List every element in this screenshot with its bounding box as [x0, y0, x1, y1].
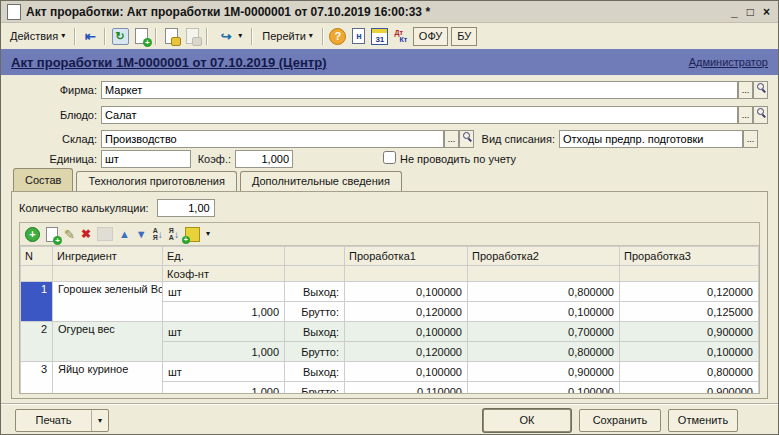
document-caption-link[interactable]: Акт проработки 1М-0000001 от 07.10.2019 …: [11, 55, 327, 70]
cell-n[interactable]: 1: [21, 282, 53, 322]
no-posting-checkbox[interactable]: [383, 151, 396, 164]
structure-button[interactable]: н: [350, 27, 368, 45]
col-header-n: N: [21, 247, 53, 266]
file-icon: н: [352, 28, 365, 44]
coef-field[interactable]: [235, 150, 293, 168]
cell-p3-gross[interactable]: 0,100000: [620, 342, 759, 362]
edit-row-icon[interactable]: ✎: [64, 226, 75, 242]
help-button[interactable]: ?: [329, 27, 347, 45]
cell-p2-out[interactable]: 0,900000: [468, 362, 620, 382]
add-row-button[interactable]: +: [25, 226, 40, 242]
cell-p2-out[interactable]: 0,700000: [468, 322, 620, 342]
cell-p1-gross[interactable]: 0,110000: [345, 382, 468, 395]
selection-button[interactable]: +: [185, 226, 200, 242]
firm-field[interactable]: [101, 81, 738, 99]
tab-composition[interactable]: Состав: [13, 168, 73, 191]
ok-button[interactable]: ОК: [483, 409, 571, 432]
refresh-icon: ↻: [112, 28, 129, 45]
cell-p2-gross[interactable]: 0,100000: [468, 382, 620, 395]
cell-unit[interactable]: шт: [163, 322, 285, 342]
toolbar-separator: [104, 28, 106, 45]
tab-additional[interactable]: Дополнительные сведения: [240, 171, 402, 191]
refresh-button[interactable]: ↻: [111, 27, 129, 45]
cell-p3-gross[interactable]: 0,900000: [620, 382, 759, 395]
toolbar-separator: [251, 28, 253, 45]
cell-coef[interactable]: 1,000: [163, 342, 285, 362]
cell-p1-gross[interactable]: 0,120000: [345, 302, 468, 322]
output-menu[interactable]: ↪ ▾: [213, 25, 246, 47]
cancel-button[interactable]: Отменить: [668, 409, 738, 432]
ofu-toggle-button[interactable]: ОФУ: [413, 27, 448, 46]
table-row[interactable]: 3 Яйцо куриное шт Выход: 0,100000 0,9000…: [21, 362, 759, 382]
user-link[interactable]: Администратор: [689, 56, 768, 68]
chevron-down-icon[interactable]: ▾: [206, 230, 210, 238]
unit-field[interactable]: [101, 150, 191, 168]
cell-ingredient[interactable]: Яйцо куриное: [53, 362, 163, 395]
actions-menu[interactable]: Действия ▾: [6, 28, 69, 44]
sort-descending-icon[interactable]: ЯА ↓: [169, 227, 179, 241]
actions-menu-label: Действия: [10, 30, 58, 42]
cell-n[interactable]: 2: [21, 322, 53, 362]
cell-gross-label: Брутто:: [285, 302, 345, 322]
writeoff-ellipsis-button[interactable]: ...: [743, 130, 758, 148]
print-button[interactable]: Печать ▾: [15, 409, 109, 432]
dish-field[interactable]: [101, 106, 738, 124]
bu-toggle-button[interactable]: БУ: [451, 27, 477, 46]
cell-p1-out[interactable]: 0,100000: [345, 282, 468, 302]
cell-unit[interactable]: шт: [163, 282, 285, 302]
calendar-button[interactable]: 31: [371, 27, 389, 45]
calc-quantity-field[interactable]: [157, 199, 215, 217]
table-row-group: 2 Огурец вес шт Выход: 0,100000 0,700000…: [21, 322, 759, 362]
cell-coef[interactable]: 1,000: [163, 382, 285, 395]
cell-ingredient[interactable]: Горошек зеленый Bonduelle 200г: [53, 282, 163, 322]
cell-p2-out[interactable]: 0,800000: [468, 282, 620, 302]
cell-p2-gross[interactable]: 0,800000: [468, 342, 620, 362]
cell-unit[interactable]: шт: [163, 362, 285, 382]
goto-menu[interactable]: Перейти ▾: [258, 28, 317, 44]
cell-p3-out[interactable]: 0,900000: [620, 322, 759, 342]
copy-new-button[interactable]: +: [132, 27, 150, 45]
dish-lookup-button[interactable]: [753, 106, 768, 124]
save-button[interactable]: Сохранить: [579, 409, 661, 432]
document-window: Акт проработки: Акт проработки 1М-000000…: [0, 0, 779, 435]
copy-row-button[interactable]: +: [46, 226, 58, 242]
cell-p3-out[interactable]: 0,120000: [620, 282, 759, 302]
goto-menu-label: Перейти: [262, 30, 306, 42]
delete-row-icon[interactable]: ✖: [81, 226, 91, 242]
maximize-button[interactable]: □: [747, 5, 754, 19]
close-button[interactable]: ×: [763, 5, 770, 19]
sort-ascending-icon[interactable]: АЯ ↓: [153, 227, 163, 241]
cell-ingredient[interactable]: Огурец вес: [53, 322, 163, 362]
cell-p1-out[interactable]: 0,100000: [345, 362, 468, 382]
cell-p3-out[interactable]: 0,800000: [620, 362, 759, 382]
dtkt-button[interactable]: Дт Кт: [392, 27, 410, 45]
firm-lookup-button[interactable]: [753, 81, 768, 99]
col-header-p1: Проработка1: [345, 247, 468, 266]
output-icon: ↪: [217, 27, 235, 45]
ingredients-grid: + + ✎ ✖ ▲ ▼ АЯ ↓ ЯА ↓ + ▾: [19, 222, 760, 394]
minimize-button[interactable]: _: [731, 5, 738, 19]
cell-gross-label: Брутто:: [285, 342, 345, 362]
move-down-icon[interactable]: ▼: [136, 226, 147, 242]
warehouse-field[interactable]: [101, 130, 444, 148]
firm-ellipsis-button[interactable]: ...: [738, 81, 753, 99]
table-row-group: 1 Горошек зеленый Bonduelle 200г шт Выхо…: [21, 282, 759, 322]
writeoff-field[interactable]: [559, 130, 743, 148]
table-row[interactable]: 1 Горошек зеленый Bonduelle 200г шт Выхо…: [21, 282, 759, 302]
cell-p1-out[interactable]: 0,100000: [345, 322, 468, 342]
dish-ellipsis-button[interactable]: ...: [738, 106, 753, 124]
cell-p3-gross[interactable]: 0,125000: [620, 302, 759, 322]
debit-credit-icon: Дт Кт: [394, 29, 407, 43]
post-document-button[interactable]: [162, 27, 180, 45]
cell-n[interactable]: 3: [21, 362, 53, 395]
cell-p1-gross[interactable]: 0,120000: [345, 342, 468, 362]
cell-p2-gross[interactable]: 0,100000: [468, 302, 620, 322]
move-up-icon[interactable]: ▲: [119, 226, 130, 242]
warehouse-ellipsis-button[interactable]: ...: [444, 130, 459, 148]
chevron-down-icon[interactable]: ▾: [91, 410, 108, 431]
tab-technology[interactable]: Технология приготовления: [76, 171, 236, 191]
table-row[interactable]: 2 Огурец вес шт Выход: 0,100000 0,700000…: [21, 322, 759, 342]
cell-out-label: Выход:: [285, 322, 345, 342]
cell-coef[interactable]: 1,000: [163, 302, 285, 322]
save-close-icon[interactable]: ⇤: [81, 27, 99, 45]
